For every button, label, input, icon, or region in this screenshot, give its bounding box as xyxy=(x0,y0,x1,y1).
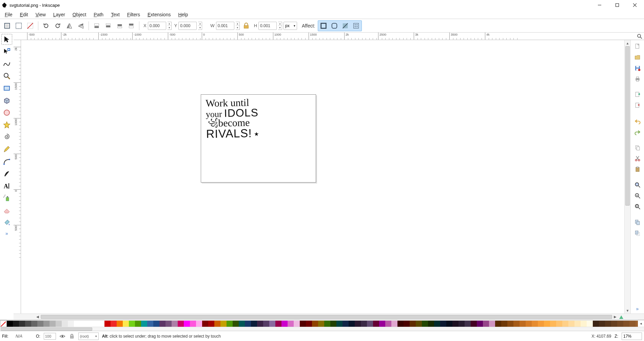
swatch[interactable] xyxy=(550,321,556,327)
vertical-scrollbar[interactable]: ▲ ▼ xyxy=(624,40,630,314)
swatch[interactable] xyxy=(245,321,251,327)
horizontal-scrollbar[interactable]: ◀ ▶ xyxy=(35,314,618,320)
swatch[interactable] xyxy=(117,321,123,327)
swatch[interactable] xyxy=(599,321,605,327)
layer-select[interactable]: (root)▾ xyxy=(78,333,99,340)
expand-right-tools-icon[interactable]: » xyxy=(636,306,639,311)
swatch[interactable] xyxy=(385,321,391,327)
menu-text[interactable]: Text xyxy=(108,11,123,18)
swatch[interactable] xyxy=(62,321,68,327)
swatch[interactable] xyxy=(343,321,349,327)
swatch[interactable] xyxy=(568,321,574,327)
ruler-horizontal[interactable]: -500-2k-1500-1000-5000500100015002k25003… xyxy=(14,33,644,40)
h-spinner[interactable]: ▲▼ xyxy=(278,22,282,30)
swatch[interactable] xyxy=(50,321,56,327)
x-spinner[interactable]: ▲▼ xyxy=(168,22,172,30)
clone-icon[interactable] xyxy=(633,229,642,238)
zoom-to-fit-icon[interactable] xyxy=(637,33,643,39)
palette[interactable] xyxy=(7,321,638,327)
swatch[interactable] xyxy=(129,321,135,327)
swatch[interactable] xyxy=(489,321,495,327)
h-input[interactable]: 0.001 xyxy=(258,22,277,30)
w-input[interactable]: 0.001 xyxy=(216,22,234,30)
menu-layer[interactable]: Layer xyxy=(50,11,69,18)
affect-pattern-icon[interactable] xyxy=(351,21,362,31)
y-input[interactable]: 0.000 xyxy=(178,22,197,30)
swatch[interactable] xyxy=(495,321,501,327)
menu-file[interactable]: File xyxy=(1,11,16,18)
swatch[interactable] xyxy=(220,321,227,327)
layer-lock-icon[interactable] xyxy=(69,333,75,339)
zoom-drawing-icon[interactable]: ✶ xyxy=(633,191,642,200)
swatch[interactable] xyxy=(251,321,257,327)
rectangle-tool-icon[interactable] xyxy=(1,83,12,94)
hscroll-thumb[interactable] xyxy=(41,315,612,319)
swatch[interactable] xyxy=(202,321,208,327)
minimize-button[interactable] xyxy=(592,0,607,10)
zoom-tool-icon[interactable] xyxy=(1,71,12,81)
zoom-selection-icon[interactable] xyxy=(633,181,642,189)
swatch[interactable] xyxy=(257,321,263,327)
eraser-tool-icon[interactable] xyxy=(1,205,12,216)
swatch[interactable] xyxy=(68,321,74,327)
swatch[interactable] xyxy=(556,321,562,327)
swatch[interactable] xyxy=(135,321,141,327)
visibility-eye-icon[interactable] xyxy=(59,333,65,339)
affect-gradient-icon[interactable] xyxy=(340,21,351,31)
swatch[interactable] xyxy=(501,321,507,327)
flip-horizontal-icon[interactable] xyxy=(64,21,74,31)
pencil-tool-icon[interactable] xyxy=(1,144,12,155)
swatch[interactable] xyxy=(269,321,275,327)
swatch[interactable] xyxy=(391,321,397,327)
swatch[interactable] xyxy=(281,321,288,327)
swatch[interactable] xyxy=(263,321,269,327)
swatch[interactable] xyxy=(190,321,196,327)
swatch[interactable] xyxy=(92,321,98,327)
swatch[interactable] xyxy=(208,321,214,327)
palette-scrollbar[interactable] xyxy=(0,327,644,331)
swatch[interactable] xyxy=(581,321,587,327)
scroll-down-icon[interactable]: ▼ xyxy=(625,307,630,314)
ellipse-tool-icon[interactable] xyxy=(1,107,12,118)
menu-help[interactable]: Help xyxy=(175,11,191,18)
menu-extensions[interactable]: Extensions xyxy=(144,11,174,18)
swatch[interactable] xyxy=(227,321,233,327)
swatch[interactable] xyxy=(458,321,465,327)
zoom-input[interactable]: 17% xyxy=(622,333,642,340)
swatch[interactable] xyxy=(123,321,129,327)
x-input[interactable]: 0.000 xyxy=(148,22,166,30)
cut-icon[interactable] xyxy=(633,154,642,163)
swatch[interactable] xyxy=(483,321,489,327)
scroll-right-icon[interactable]: ▶ xyxy=(612,314,618,320)
swatch[interactable] xyxy=(312,321,318,327)
3dbox-tool-icon[interactable] xyxy=(1,95,12,106)
swatch[interactable] xyxy=(288,321,294,327)
spray-tool-icon[interactable] xyxy=(1,193,12,204)
swatch[interactable] xyxy=(37,321,43,327)
swatch[interactable] xyxy=(349,321,355,327)
swatch[interactable] xyxy=(562,321,568,327)
swatch[interactable] xyxy=(587,321,593,327)
swatch[interactable] xyxy=(80,321,86,327)
new-document-icon[interactable] xyxy=(633,42,642,51)
swatch[interactable] xyxy=(104,321,111,327)
swatch[interactable] xyxy=(13,321,19,327)
swatch[interactable] xyxy=(513,321,520,327)
w-spinner[interactable]: ▲▼ xyxy=(236,22,240,30)
swatch[interactable] xyxy=(275,321,281,327)
swatch[interactable] xyxy=(300,321,306,327)
lock-aspect-icon[interactable] xyxy=(241,21,251,31)
swatch[interactable] xyxy=(611,321,617,327)
duplicate-icon[interactable] xyxy=(633,218,642,227)
lower-to-bottom-icon[interactable] xyxy=(92,21,102,31)
swatch[interactable] xyxy=(422,321,428,327)
swatch[interactable] xyxy=(538,321,544,327)
swatch[interactable] xyxy=(636,321,638,327)
opacity-input[interactable]: 100 xyxy=(44,333,56,340)
menu-object[interactable]: Object xyxy=(69,11,90,18)
ruler-vertical[interactable]: 2k150010005000500 xyxy=(14,40,21,314)
swatch[interactable] xyxy=(147,321,153,327)
swatch[interactable] xyxy=(7,321,13,327)
swatch[interactable] xyxy=(172,321,178,327)
y-spinner[interactable]: ▲▼ xyxy=(198,22,202,30)
